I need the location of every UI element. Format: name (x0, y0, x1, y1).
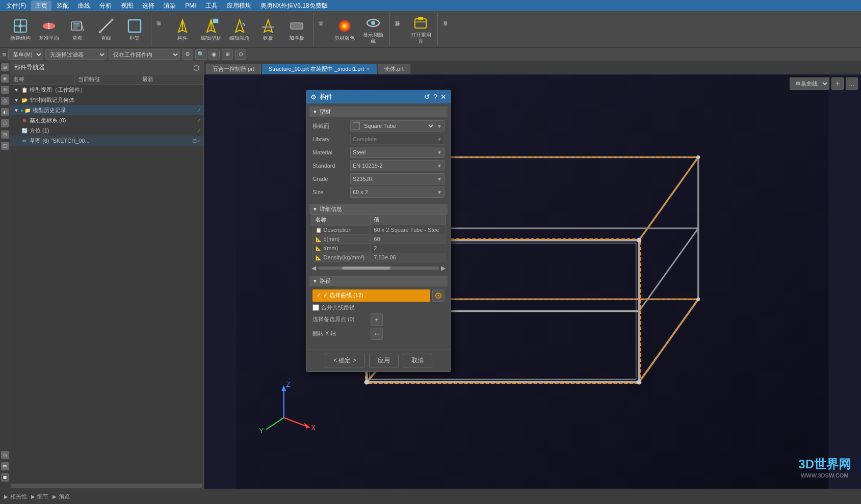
material-control[interactable]: Steel ▼ (350, 147, 445, 158)
tab-controller[interactable]: 五合一控制器.prt (206, 64, 261, 74)
watermark-main: 3D世界网 (798, 456, 851, 472)
tab-shell[interactable]: 壳体.prt (378, 64, 410, 74)
select-curve-button[interactable]: ✓ ✓ 选择曲线 (12) (312, 289, 430, 302)
details-section-header[interactable]: ▼ 详细信息 (309, 204, 448, 215)
standard-value: EN 10219-2 (353, 163, 383, 169)
left-icon-1[interactable]: ⊞ (1, 63, 9, 71)
cross-section-control[interactable]: Square Tube ▼ (350, 120, 445, 131)
tree-item-icon-0: 📋 (20, 86, 29, 94)
bottom-section-related[interactable]: ▶ 相关性 (4, 493, 27, 500)
table-scroll-left-icon[interactable]: ◀ (311, 264, 316, 272)
menu-assembly[interactable]: 装配 (53, 1, 73, 11)
menu-tools[interactable]: 工具 (201, 1, 222, 11)
profile-section-header[interactable]: ▼ 型材 (309, 107, 448, 117)
profile-color-button[interactable]: 型材颜色 (331, 15, 358, 44)
tab-structure[interactable]: Structure_00.prt 在装配中 _model1.prt ✕ (262, 64, 377, 74)
part-nav-scrollbar[interactable] (11, 484, 202, 488)
table-scroll-right-icon[interactable]: ▶ (441, 264, 446, 272)
vp-plus-btn[interactable]: + (831, 77, 844, 90)
ok-button[interactable]: < 确定 > (325, 354, 365, 367)
bottom-section-detail[interactable]: ▶ 细节 (31, 493, 48, 500)
line-button[interactable]: 直线 (93, 15, 119, 44)
size-control[interactable]: 60 x 2 ▼ (350, 187, 445, 198)
origin-select-btn[interactable]: + (371, 313, 383, 326)
vp-more-btn[interactable]: ... (846, 77, 858, 90)
new-struct-icon (12, 18, 29, 34)
left-icon-9[interactable]: ◷ (1, 451, 9, 459)
path-icon-btn[interactable] (432, 289, 445, 302)
part-nav-expand-icon[interactable]: ⬡ (193, 64, 199, 72)
select-all-btn[interactable]: ◉ (208, 49, 220, 60)
menu-appmodule[interactable]: 应用模块 (223, 1, 255, 11)
tree-item-orientation[interactable]: 🔄 方位 (1) ✓ (10, 125, 203, 136)
toolbar-group-visual: 型材颜色 显示和隐藏 (328, 13, 390, 46)
plate-button[interactable]: 铁板 (255, 15, 281, 44)
grade-control[interactable]: S235JR ▼ (350, 173, 445, 184)
scope-select[interactable]: 仅在工作部件内 (109, 49, 180, 60)
table-scroll-bar[interactable]: ◀ ▶ (311, 263, 446, 273)
cross-section-select[interactable]: Square Tube (362, 122, 435, 129)
right-panel: 五合一控制器.prt Structure_00.prt 在装配中 _model1… (204, 61, 861, 489)
part-nav-columns: 名称 当前特征 最新 (10, 74, 203, 85)
frame-button[interactable]: 框架 (121, 15, 148, 44)
svg-rect-18 (291, 23, 303, 29)
open-lib-button[interactable]: 打开重用库 (408, 15, 434, 44)
curve-select[interactable]: 单条曲线 (790, 77, 829, 90)
snap-btn[interactable]: ⊕ (222, 49, 233, 60)
member-button[interactable]: 构件 (169, 15, 196, 44)
left-icon-6[interactable]: ⬡ (1, 119, 9, 127)
library-dropdown-icon: ▼ (437, 137, 442, 142)
tree-item-sketch[interactable]: ✏ 草图 (6) "SKETCH_00..." ⊟ ✓ (10, 136, 203, 146)
left-icon-11[interactable]: 🔲 (1, 473, 9, 482)
tree-item-model-view[interactable]: ▼ 📋 模型视图（工作部件） (10, 85, 203, 95)
tree-item-coord-sys[interactable]: ⊕ 基准坐标系 (0) ✓ (10, 115, 203, 125)
dialog-title-icon: ⚙ (310, 93, 317, 101)
tab-structure-close-icon[interactable]: ✕ (366, 66, 370, 72)
menu-home[interactable]: 主页 (31, 1, 51, 11)
base-plane-button[interactable]: 基准平面 (36, 15, 62, 44)
left-icon-8[interactable]: ◫ (1, 142, 9, 150)
menu-view[interactable]: 视图 (117, 1, 137, 11)
details-col-value: 值 (371, 215, 446, 225)
standard-label: Standard (312, 163, 348, 169)
tree-item-nontimestamp[interactable]: ▼ 📂 非时间戳记几何体 (10, 95, 203, 105)
dialog-help-icon[interactable]: ? (433, 93, 437, 101)
menu-file[interactable]: 文件(F) (2, 1, 30, 11)
edit-member-button[interactable]: 编辑型材 (198, 15, 224, 44)
sidebar-toggle-icon[interactable]: ≡ (2, 50, 6, 59)
flip-x-btn[interactable]: ↔ (371, 328, 383, 340)
cancel-button[interactable]: 取消 (403, 354, 432, 367)
new-struct-button[interactable]: 新建结构 (7, 15, 34, 44)
edit-angle-button[interactable]: 编辑视角 (226, 15, 253, 44)
standard-control[interactable]: EN 10219-2 ▼ (350, 160, 445, 171)
left-icon-7[interactable]: ⊟ (1, 130, 9, 139)
show-hide-button[interactable]: 显示和隐藏 (360, 15, 386, 44)
sketch-button[interactable]: 草图 (64, 15, 91, 44)
dialog-close-icon[interactable]: ✕ (440, 93, 447, 101)
apply-button[interactable]: 应用 (369, 354, 399, 367)
search-btn[interactable]: 🔍 (195, 49, 206, 60)
left-icon-3[interactable]: ⊕ (1, 86, 9, 94)
watermark-sub: WWW.3DSW.COM (798, 472, 851, 479)
dialog-body: ▼ 型材 横截面 Square Tub (306, 103, 451, 349)
menu-select[interactable]: 菜单(M) (8, 49, 43, 60)
infer-btn[interactable]: ⊙ (235, 49, 246, 60)
menu-select[interactable]: 选择 (138, 1, 159, 11)
menu-pmi[interactable]: PMI (181, 1, 200, 10)
left-icon-2[interactable]: ◈ (1, 74, 9, 83)
tree-item-model-history[interactable]: ▼ ● 📁 模型历史记录 ✓ (10, 105, 203, 115)
path-section-header[interactable]: ▼ 路径 (309, 276, 448, 286)
menu-curve[interactable]: 曲线 (74, 1, 94, 11)
filter-icon-btn[interactable]: ⚙ (182, 49, 193, 60)
left-icon-4[interactable]: ⊙ (1, 97, 9, 105)
menu-render[interactable]: 渲染 (160, 1, 180, 11)
merge-checkbox[interactable] (312, 304, 319, 311)
filter-select[interactable]: 无选择过滤器 (45, 49, 107, 60)
menu-plugin[interactable]: 奥勇NX外挂V6.18免费版 (256, 1, 332, 11)
dialog-refresh-icon[interactable]: ↺ (424, 93, 430, 101)
bottom-section-preview[interactable]: ▶ 预览 (53, 493, 70, 500)
menu-analysis[interactable]: 分析 (95, 1, 116, 11)
left-icon-10[interactable]: ⬒ (1, 462, 9, 470)
left-icon-5[interactable]: ◐ (1, 108, 9, 116)
add-plate-button[interactable]: 加厚板 (283, 15, 310, 44)
